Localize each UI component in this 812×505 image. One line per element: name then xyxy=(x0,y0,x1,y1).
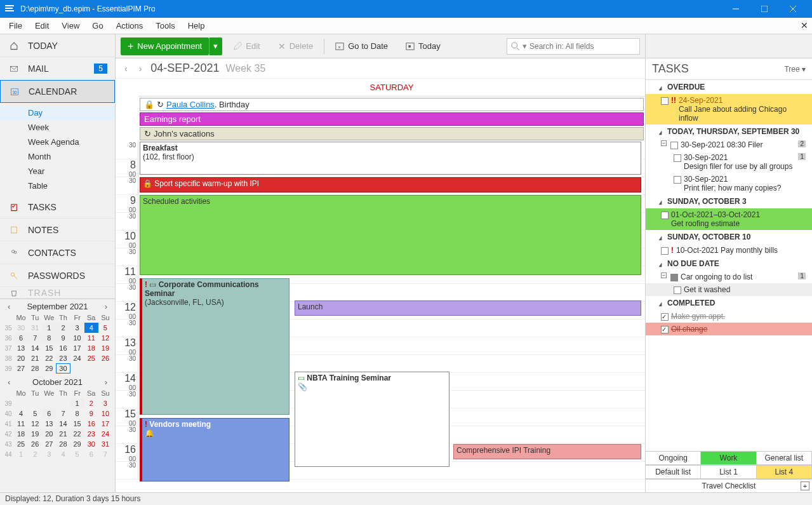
mini-cal-day[interactable]: 2 xyxy=(28,449,42,459)
nav-tasks[interactable]: TASKS xyxy=(0,196,115,219)
task-design[interactable]: 30-Sep-2021Design filer for use by all g… xyxy=(646,151,812,173)
mini-cal-day[interactable]: 12 xyxy=(28,419,42,429)
menu-file[interactable]: File xyxy=(3,19,29,32)
mini-cal-day[interactable]: 15 xyxy=(42,343,56,353)
mini-cal-day[interactable]: 19 xyxy=(28,429,42,439)
mini-cal-day[interactable]: 29 xyxy=(70,439,84,449)
mini-cal-day[interactable]: 25 xyxy=(84,353,98,363)
mini-cal-day[interactable]: 2 xyxy=(84,398,98,408)
mini-cal-day[interactable]: 3 xyxy=(70,323,84,333)
task-oil[interactable]: Oil change xyxy=(646,323,812,335)
mini-cal-day[interactable]: 30 xyxy=(56,363,70,374)
nav-contacts[interactable]: CONTACTS xyxy=(0,241,115,264)
expand-icon[interactable]: − xyxy=(661,273,667,278)
event-vendors[interactable]: ! Vendors meeting 🔔 xyxy=(140,418,290,481)
mini-cal-day[interactable]: 16 xyxy=(56,343,70,353)
event-earnings[interactable]: Earnings report xyxy=(140,112,644,126)
tasks-tree-toggle[interactable]: Tree ▾ xyxy=(784,65,806,74)
goto-date-button[interactable]: Go to Date xyxy=(328,37,395,55)
tab-close-icon[interactable]: ✕ xyxy=(801,20,808,30)
mini-cal-day[interactable]: 27 xyxy=(14,363,28,374)
mini-cal-day[interactable] xyxy=(28,398,42,408)
event-nbta[interactable]: ▭ NBTA Training Seminar 📎 xyxy=(295,372,449,467)
mini-cal-day[interactable] xyxy=(14,398,28,408)
maximize-button[interactable] xyxy=(750,0,778,18)
contact-link[interactable]: Paula Collins xyxy=(166,100,215,109)
mini-cal-day[interactable]: 22 xyxy=(70,429,84,439)
event-warmup[interactable]: 🔒 Sport specific warm-up with IPI xyxy=(140,177,641,192)
mini-cal-day[interactable]: 4 xyxy=(56,449,70,459)
mini-cal-next[interactable]: › xyxy=(102,302,110,311)
mini-cal-day[interactable]: 16 xyxy=(84,419,98,429)
new-appointment-button[interactable]: +New Appointment xyxy=(121,37,209,55)
view-table[interactable]: Table xyxy=(0,178,115,193)
mini-cal-day[interactable] xyxy=(70,363,84,374)
mini-cal-day[interactable]: 23 xyxy=(84,429,98,439)
mini-cal-day[interactable]: 7 xyxy=(98,449,112,459)
nav-calendar[interactable]: 30 CALENDAR xyxy=(0,80,115,103)
mini-cal-day[interactable]: 18 xyxy=(14,429,28,439)
view-year[interactable]: Year xyxy=(0,164,115,178)
mini-cal-day[interactable]: 4 xyxy=(84,323,98,333)
nav-trash[interactable]: TRASH xyxy=(0,287,115,299)
nav-notes[interactable]: NOTES xyxy=(0,219,115,241)
view-week[interactable]: Week xyxy=(0,120,115,135)
date-prev[interactable]: ‹ xyxy=(122,64,130,74)
mini-cal-day[interactable]: 13 xyxy=(14,343,28,353)
mini-cal-day[interactable]: 28 xyxy=(28,363,42,374)
mini-cal-day[interactable]: 13 xyxy=(42,419,56,429)
mini-cal-day[interactable]: 1 xyxy=(14,449,28,459)
mini-cal-day[interactable]: 8 xyxy=(42,333,56,343)
menu-view[interactable]: View xyxy=(55,19,86,32)
mini-cal-day[interactable]: 14 xyxy=(56,419,70,429)
menu-help[interactable]: Help xyxy=(182,19,211,32)
task-filer[interactable]: − 30-Sep-2021 08:30 Filer 2 xyxy=(646,138,812,151)
task-print[interactable]: 30-Sep-2021Print filer; how many copies? xyxy=(646,173,812,194)
mini-cal-day[interactable]: 31 xyxy=(98,439,112,449)
task-overdue-1[interactable]: !! 24-Sep-2021Call Jane about adding Chi… xyxy=(646,94,812,125)
tab-ongoing[interactable]: Ongoing xyxy=(645,451,701,465)
mini-cal-day[interactable] xyxy=(84,363,98,374)
checkbox[interactable] xyxy=(661,212,669,219)
section-completed[interactable]: COMPLETED xyxy=(646,296,812,310)
mini-cal-day[interactable]: 27 xyxy=(42,439,56,449)
mini-cal-day[interactable]: 12 xyxy=(98,333,112,343)
mini-cal-day[interactable]: 19 xyxy=(98,343,112,353)
mini-cal-day[interactable]: 4 xyxy=(14,408,28,419)
tab-list4[interactable]: List 4 xyxy=(756,465,812,479)
mini-cal-day[interactable]: 6 xyxy=(42,408,56,419)
mini-cal-day[interactable]: 28 xyxy=(56,439,70,449)
mini-cal-day[interactable] xyxy=(98,363,112,374)
mini-cal-day[interactable]: 7 xyxy=(56,408,70,419)
date-next[interactable]: › xyxy=(136,64,145,74)
mini-cal-day[interactable]: 24 xyxy=(70,353,84,363)
mini-cal-day[interactable]: 5 xyxy=(98,323,112,333)
task-roof[interactable]: 01-Oct-2021–03-Oct-2021Get roofing estim… xyxy=(646,208,812,230)
mini-cal-day[interactable]: 1 xyxy=(70,398,84,408)
mini-cal-day[interactable]: 11 xyxy=(84,333,98,343)
mini-cal-day[interactable]: 26 xyxy=(98,353,112,363)
nav-mail[interactable]: MAIL 5 xyxy=(0,57,115,80)
mini-cal-next[interactable]: › xyxy=(102,377,110,387)
checkbox[interactable] xyxy=(661,313,669,321)
menu-actions[interactable]: Actions xyxy=(110,19,150,32)
mini-cal-day[interactable]: 23 xyxy=(56,353,70,363)
mini-cal-day[interactable]: 25 xyxy=(14,439,28,449)
task-bills[interactable]: ! 10-Oct-2021 Pay monthly bills xyxy=(646,244,812,257)
new-appointment-dropdown[interactable]: ▾ xyxy=(209,37,222,55)
checkbox[interactable] xyxy=(661,326,669,333)
task-gym[interactable]: Make gym appt. xyxy=(646,310,812,323)
mini-cal-day[interactable] xyxy=(42,398,56,408)
mini-cal-day[interactable]: 5 xyxy=(28,408,42,419)
checkbox[interactable] xyxy=(674,286,681,294)
nav-today[interactable]: TODAY xyxy=(0,34,115,57)
mini-cal-day[interactable]: 26 xyxy=(28,439,42,449)
mini-cal-day[interactable]: 20 xyxy=(42,429,56,439)
task-footer[interactable]: Travel Checklist + xyxy=(646,479,812,492)
task-washed[interactable]: Get it washed xyxy=(646,283,812,296)
delete-button[interactable]: ✕Delete xyxy=(271,37,321,55)
event-scheduled[interactable]: Scheduled activities xyxy=(140,195,641,275)
view-month[interactable]: Month xyxy=(0,149,115,164)
event-birthday[interactable]: 🔒 ↻ Paula Collins. Birthday xyxy=(140,98,644,111)
mini-cal-day[interactable]: 22 xyxy=(42,353,56,363)
